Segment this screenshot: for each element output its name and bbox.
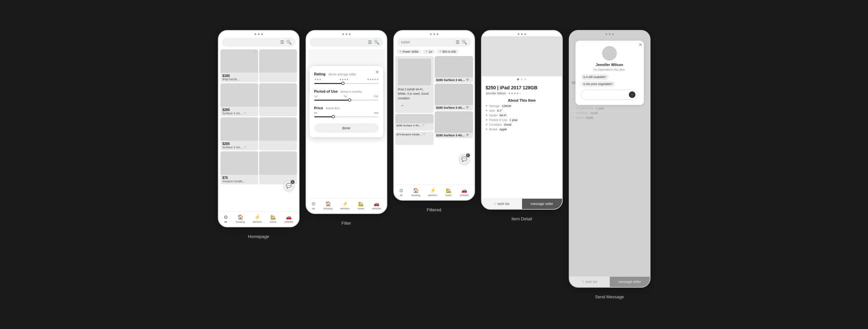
product-info: $75 Amazon Kindle… bbox=[220, 175, 258, 184]
product-card[interactable] bbox=[259, 50, 297, 82]
nav-vehicles-3[interactable]: 🚗 vehicles bbox=[460, 188, 469, 197]
product-title: Surface 3 4G… ♡ bbox=[222, 112, 256, 115]
star-3: ★★★ bbox=[314, 78, 321, 81]
price-slider-fill bbox=[314, 116, 334, 117]
search-bar-1[interactable]: ☰ 🔍 bbox=[222, 38, 296, 47]
search-icons-2: ☰ 🔍 bbox=[368, 40, 379, 45]
rating-subtitle: above average seller bbox=[328, 73, 356, 76]
nav-housing-1[interactable]: 🏠 housing bbox=[236, 214, 245, 223]
product-card[interactable] bbox=[259, 83, 297, 116]
wish-list-button[interactable]: ♡ wish list bbox=[482, 199, 522, 209]
chat-bubble-1[interactable]: 💬 1 bbox=[284, 180, 294, 191]
filter-wrapper: ☰ 🔍 ✕ Rating above av bbox=[306, 30, 387, 226]
product-price: $285 bbox=[222, 142, 256, 146]
search-icon-1[interactable]: 🔍 bbox=[286, 40, 291, 45]
menu-icon-2[interactable]: ☰ bbox=[368, 40, 372, 45]
product-image bbox=[259, 83, 297, 107]
message-seller-btn-5[interactable]: message seller bbox=[610, 277, 650, 287]
product-image bbox=[259, 50, 297, 73]
nav-home-2[interactable]: 🏡 home bbox=[358, 201, 364, 210]
product-card[interactable] bbox=[259, 151, 297, 184]
nav-home-1[interactable]: 🏡 home bbox=[270, 214, 276, 223]
product-card[interactable]: $75 Amazon Kindle… bbox=[220, 151, 258, 184]
period-labels: 1yr 5yr 10yr bbox=[314, 95, 379, 98]
price-subtitle: below $10 bbox=[326, 107, 340, 110]
product-right-card[interactable]: $285 Surface 3 4G… ♡ bbox=[435, 111, 473, 138]
msg-send-btn[interactable]: ↑ bbox=[629, 91, 636, 98]
product-card[interactable]: $285 Surface 3 4G… ♡ bbox=[395, 114, 434, 131]
product-right-card[interactable]: $285 Surface 3 4G… ♡ bbox=[435, 56, 473, 83]
spec-dot bbox=[486, 119, 487, 121]
rating-slider-thumb[interactable] bbox=[341, 82, 345, 85]
price-section: Price below $10 $$ $$$ bbox=[314, 105, 379, 117]
nav-electrics-2[interactable]: ⚡ electrics bbox=[340, 201, 350, 210]
nav-label-home-1: home bbox=[270, 220, 276, 223]
tag-1yr[interactable]: ✕ 1yr bbox=[423, 50, 435, 54]
price-slider-thumb[interactable] bbox=[332, 115, 335, 118]
menu-icon-1[interactable]: ☰ bbox=[280, 40, 284, 45]
vehicles-icon-3: 🚗 bbox=[461, 188, 467, 193]
product-price: $180 bbox=[222, 74, 256, 78]
tag-x-3[interactable]: ✕ bbox=[439, 50, 442, 53]
nav-label-housing-3: housing bbox=[411, 194, 420, 197]
detail-bottom: ♡ wish list message seller bbox=[482, 198, 562, 209]
item-price-title: $250 | iPad 2017 128GB bbox=[486, 85, 558, 90]
nav-label-home-3: home bbox=[445, 194, 452, 197]
product-card[interactable] bbox=[259, 117, 297, 150]
product-right-card[interactable]: $285 Surface 3 4G… ♡ bbox=[435, 84, 473, 110]
carousel-dots bbox=[482, 78, 562, 80]
star-4: ★★★★ bbox=[339, 78, 349, 81]
menu-icon-3[interactable]: ☰ bbox=[456, 40, 460, 45]
done-button[interactable]: done bbox=[314, 123, 379, 133]
item-main-image bbox=[482, 36, 562, 76]
tag-x-2[interactable]: ✕ bbox=[425, 50, 428, 53]
all-icon-2: ⊙ bbox=[312, 201, 316, 206]
nav-housing-3[interactable]: 🏠 housing bbox=[411, 188, 420, 197]
detail-card[interactable]: iPad 2 64GB Wi-Fi, White, 3 yr used, Goo… bbox=[395, 56, 434, 113]
nav-housing-2[interactable]: 🏠 housing bbox=[323, 201, 332, 210]
back-arrow[interactable]: ← bbox=[398, 101, 431, 110]
product-card[interactable]: $285 Surface 3 4G… ♡ bbox=[220, 117, 258, 150]
dot-3 bbox=[524, 78, 526, 80]
nav-vehicles-1[interactable]: 🚗 vehicles bbox=[284, 214, 293, 223]
phone-top-bar-1 bbox=[218, 31, 299, 36]
star-5: ★★★★★ bbox=[367, 78, 379, 81]
search-icon-3[interactable]: 🔍 bbox=[462, 40, 467, 45]
filtered-phone: tablet ☰ 🔍 ✕ Power Seller ✕ 1yr ✕ $ bbox=[393, 30, 475, 201]
nav-electrics-3[interactable]: ⚡ electrics bbox=[428, 188, 437, 197]
filter-content: ✕ Rating above average seller ★★★ ★★★★ ★… bbox=[306, 50, 386, 196]
tag-power-seller[interactable]: ✕ Power Seller bbox=[397, 50, 421, 54]
item-detail-wrapper: $250 | iPad 2017 128GB Jennifer Wilson ★… bbox=[481, 30, 563, 221]
search-icon-2[interactable]: 🔍 bbox=[374, 40, 379, 45]
chat-bubble-3[interactable]: 💬 1 bbox=[459, 154, 470, 164]
phone-dot bbox=[254, 33, 256, 35]
message-seller-button[interactable]: message seller bbox=[522, 199, 562, 209]
tag-x-1[interactable]: ✕ bbox=[399, 50, 402, 53]
nav-vehicles-2[interactable]: 🚗 vehicles bbox=[372, 201, 381, 210]
nav-all-2[interactable]: ⊙ all bbox=[312, 201, 316, 210]
period-slider-thumb[interactable] bbox=[348, 98, 351, 102]
phone-dot bbox=[609, 33, 611, 35]
msg-input[interactable] bbox=[584, 93, 627, 96]
product-card[interactable]: $75 Amazon Kindle… ♡ bbox=[395, 132, 434, 145]
nav-electrics-1[interactable]: ⚡ electrics bbox=[252, 214, 262, 223]
wish-list-btn-5[interactable]: ♡ wish list bbox=[569, 277, 610, 287]
search-bar-2[interactable]: ☰ 🔍 bbox=[310, 38, 383, 47]
nav-all-3[interactable]: ⊙ all bbox=[399, 188, 403, 197]
spec-dot bbox=[486, 114, 487, 116]
msg-close-btn[interactable]: ✕ bbox=[639, 42, 643, 47]
search-bar-3[interactable]: tablet ☰ 🔍 bbox=[397, 38, 471, 47]
nav-all-1[interactable]: ⊙ all bbox=[224, 214, 228, 223]
nav-label-housing-1: housing bbox=[236, 220, 245, 223]
heart-icon[interactable]: ♡ bbox=[254, 51, 257, 54]
phone-dot bbox=[258, 33, 259, 35]
price-slider-track bbox=[314, 116, 379, 117]
nav-home-3[interactable]: 🏡 home bbox=[445, 188, 452, 197]
product-card[interactable]: $285 Surface 3 4G… ♡ bbox=[220, 83, 258, 116]
product-image bbox=[220, 151, 258, 175]
product-price: $75 bbox=[222, 176, 256, 180]
tag-price[interactable]: ✕ $50 to 400 bbox=[437, 50, 459, 54]
product-card[interactable]: $180 iPad 64GB… ♡ bbox=[220, 50, 258, 82]
filter-close-btn[interactable]: ✕ bbox=[375, 69, 379, 75]
product-title: iPad 64GB… bbox=[222, 78, 256, 81]
